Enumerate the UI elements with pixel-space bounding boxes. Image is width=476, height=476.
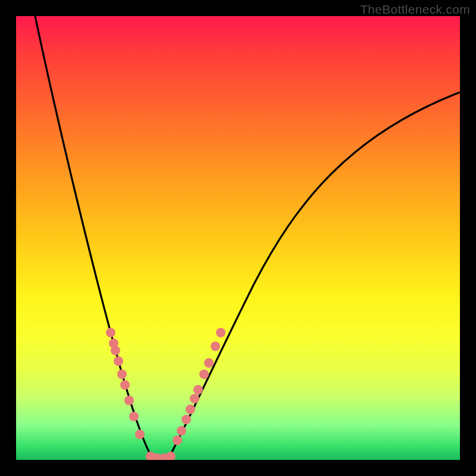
data-point [190,394,199,403]
data-point [204,358,214,368]
dots-group [106,328,226,460]
data-point [211,342,220,351]
data-point [117,369,127,379]
data-point [193,385,203,394]
data-point [166,452,176,460]
watermark-text: TheBottleneck.com [360,2,470,17]
chart-plot-area [16,16,460,460]
data-point [173,436,182,445]
data-point [120,380,130,390]
data-point [111,346,120,355]
data-point [135,430,145,439]
data-point [181,415,191,424]
data-point [124,396,134,405]
data-point [186,405,195,414]
data-point [216,328,226,337]
data-point [106,328,115,337]
data-point [177,426,186,436]
data-point [129,412,139,421]
curve-left [35,16,152,456]
curve-right [170,92,460,456]
data-point [199,369,209,379]
chart-svg [16,16,460,460]
data-point [114,356,123,366]
